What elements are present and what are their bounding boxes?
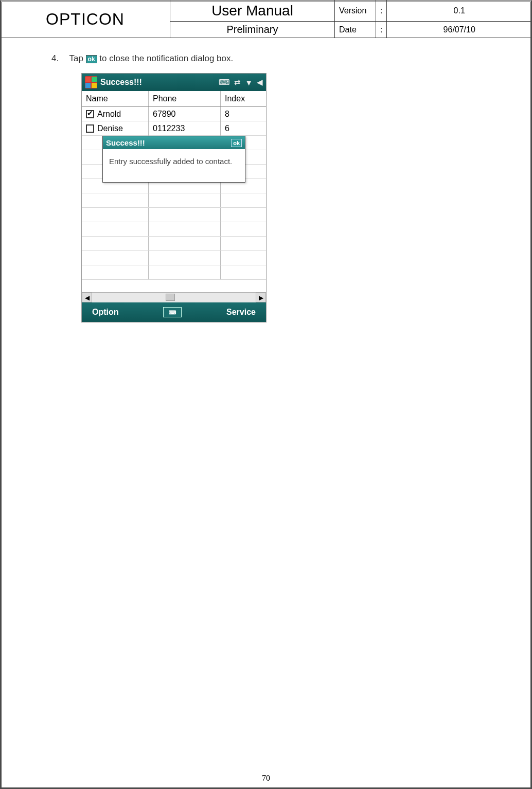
start-icon[interactable] — [85, 76, 97, 88]
page-number: 70 — [0, 774, 532, 783]
cell-phone: 67890 — [149, 107, 221, 122]
dialog-titlebar: Success!!! ok — [103, 136, 245, 149]
checkbox-icon[interactable] — [86, 124, 94, 133]
list-row[interactable]: Arnold 67890 8 — [82, 107, 266, 121]
dialog-title-text: Success!!! — [106, 138, 145, 147]
horizontal-scrollbar[interactable]: ◀ ▶ — [82, 292, 266, 302]
list-body: Arnold 67890 8 Denise 0112233 6 Success!… — [82, 107, 266, 292]
success-dialog: Success!!! ok Entry successfully added t… — [102, 136, 245, 183]
cell-index: 8 — [221, 107, 266, 122]
cell-name: Denise — [97, 124, 123, 133]
device-screenshot: Success!!! ⌨ ⇄ ▼ ◀ Name Phone Index Arno… — [81, 73, 267, 322]
cell-index: 6 — [221, 121, 266, 136]
scroll-track[interactable] — [92, 293, 256, 302]
list-row[interactable]: Denise 0112233 6 — [82, 121, 266, 136]
checkbox-icon[interactable] — [86, 110, 94, 118]
cell-name: Arnold — [97, 110, 121, 118]
dialog-message: Entry successfully added to contact. — [103, 149, 245, 182]
dialog-ok-button[interactable]: ok — [231, 139, 242, 147]
cell-phone: 0112233 — [149, 121, 221, 136]
scroll-thumb[interactable] — [166, 294, 175, 301]
